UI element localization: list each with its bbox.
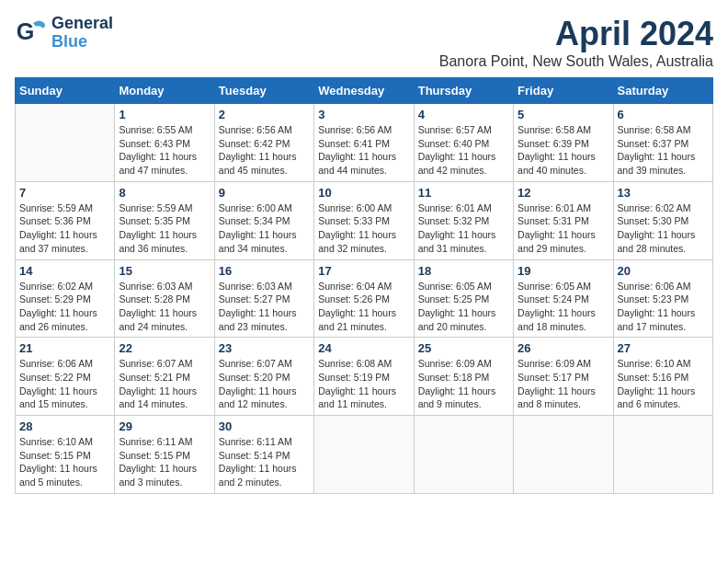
day-number: 27 [618,341,709,355]
day-number: 22 [119,341,210,355]
day-info: Sunrise: 6:05 AM Sunset: 5:24 PM Dayligh… [518,280,609,334]
column-header-friday: Friday [514,78,613,104]
day-cell: 10Sunrise: 6:00 AM Sunset: 5:33 PM Dayli… [314,181,414,259]
day-number: 10 [318,186,409,200]
day-number: 7 [19,186,110,200]
day-cell: 16Sunrise: 6:03 AM Sunset: 5:27 PM Dayli… [214,259,313,338]
day-number: 15 [119,264,210,278]
day-info: Sunrise: 6:56 AM Sunset: 6:42 PM Dayligh… [219,123,310,178]
day-number: 5 [518,108,609,121]
day-info: Sunrise: 6:55 AM Sunset: 6:43 PM Dayligh… [119,123,210,178]
day-info: Sunrise: 6:02 AM Sunset: 5:30 PM Dayligh… [618,201,709,256]
logo-general: General [51,15,113,33]
day-cell: 17Sunrise: 6:04 AM Sunset: 5:26 PM Dayli… [314,259,414,338]
day-info: Sunrise: 6:08 AM Sunset: 5:19 PM Dayligh… [318,357,409,411]
day-cell: 18Sunrise: 6:05 AM Sunset: 5:25 PM Dayli… [414,259,513,338]
logo-text: General Blue [51,15,113,52]
column-header-tuesday: Tuesday [214,78,313,104]
day-number: 30 [219,419,310,433]
day-cell: 20Sunrise: 6:06 AM Sunset: 5:23 PM Dayli… [613,259,712,338]
day-cell: 4Sunrise: 6:57 AM Sunset: 6:40 PM Daylig… [414,104,513,182]
day-number: 9 [219,186,310,200]
main-title: April 2024 [439,15,713,53]
day-info: Sunrise: 6:11 AM Sunset: 5:14 PM Dayligh… [219,435,310,489]
day-cell [414,416,513,494]
day-info: Sunrise: 5:59 AM Sunset: 5:36 PM Dayligh… [19,201,110,256]
day-info: Sunrise: 6:10 AM Sunset: 5:15 PM Dayligh… [19,435,110,489]
title-area: April 2024 Banora Point, New South Wales… [439,15,713,70]
day-cell [16,104,115,182]
day-cell: 12Sunrise: 6:01 AM Sunset: 5:31 PM Dayli… [514,181,613,259]
day-info: Sunrise: 6:06 AM Sunset: 5:22 PM Dayligh… [19,357,110,411]
column-header-monday: Monday [115,78,214,104]
day-cell: 21Sunrise: 6:06 AM Sunset: 5:22 PM Dayli… [16,338,115,416]
week-row-1: 1Sunrise: 6:55 AM Sunset: 6:43 PM Daylig… [16,104,713,182]
day-number: 28 [19,419,110,433]
day-cell: 25Sunrise: 6:09 AM Sunset: 5:18 PM Dayli… [414,338,513,416]
day-info: Sunrise: 6:01 AM Sunset: 5:32 PM Dayligh… [418,201,509,256]
day-info: Sunrise: 6:11 AM Sunset: 5:15 PM Dayligh… [119,435,210,489]
day-info: Sunrise: 6:09 AM Sunset: 5:18 PM Dayligh… [418,357,509,411]
day-cell: 7Sunrise: 5:59 AM Sunset: 5:36 PM Daylig… [16,181,115,259]
day-number: 6 [618,108,709,121]
column-header-sunday: Sunday [16,78,115,104]
week-row-2: 7Sunrise: 5:59 AM Sunset: 5:36 PM Daylig… [16,181,713,259]
column-header-thursday: Thursday [414,78,513,104]
logo-blue: Blue [51,33,113,52]
day-number: 21 [19,341,110,355]
day-number: 16 [219,264,310,278]
day-info: Sunrise: 6:03 AM Sunset: 5:28 PM Dayligh… [119,280,210,334]
week-row-3: 14Sunrise: 6:02 AM Sunset: 5:29 PM Dayli… [16,259,713,338]
column-header-saturday: Saturday [613,78,712,104]
day-number: 13 [618,186,709,200]
day-info: Sunrise: 6:01 AM Sunset: 5:31 PM Dayligh… [518,201,609,256]
day-number: 14 [19,264,110,278]
svg-text:G: G [17,18,35,44]
week-row-4: 21Sunrise: 6:06 AM Sunset: 5:22 PM Dayli… [16,338,713,416]
day-info: Sunrise: 6:10 AM Sunset: 5:16 PM Dayligh… [618,357,709,411]
day-info: Sunrise: 6:09 AM Sunset: 5:17 PM Dayligh… [518,357,609,411]
day-number: 8 [119,186,210,200]
day-info: Sunrise: 6:06 AM Sunset: 5:23 PM Dayligh… [618,280,709,334]
day-number: 12 [518,186,609,200]
day-cell: 30Sunrise: 6:11 AM Sunset: 5:14 PM Dayli… [214,416,313,494]
day-info: Sunrise: 6:57 AM Sunset: 6:40 PM Dayligh… [418,123,509,178]
day-number: 17 [318,264,409,278]
day-number: 11 [418,186,509,200]
day-info: Sunrise: 6:00 AM Sunset: 5:33 PM Dayligh… [318,201,409,256]
day-number: 25 [418,341,509,355]
day-cell: 8Sunrise: 5:59 AM Sunset: 5:35 PM Daylig… [115,181,214,259]
day-number: 26 [518,341,609,355]
day-info: Sunrise: 6:00 AM Sunset: 5:34 PM Dayligh… [219,201,310,256]
day-info: Sunrise: 6:58 AM Sunset: 6:37 PM Dayligh… [618,123,709,178]
day-cell: 22Sunrise: 6:07 AM Sunset: 5:21 PM Dayli… [115,338,214,416]
day-info: Sunrise: 6:07 AM Sunset: 5:20 PM Dayligh… [219,357,310,411]
day-cell: 28Sunrise: 6:10 AM Sunset: 5:15 PM Dayli… [16,416,115,494]
day-cell [314,416,414,494]
day-number: 20 [618,264,709,278]
day-info: Sunrise: 6:04 AM Sunset: 5:26 PM Dayligh… [318,280,409,334]
day-cell: 11Sunrise: 6:01 AM Sunset: 5:32 PM Dayli… [414,181,513,259]
day-info: Sunrise: 6:56 AM Sunset: 6:41 PM Dayligh… [318,123,409,178]
day-cell: 19Sunrise: 6:05 AM Sunset: 5:24 PM Dayli… [514,259,613,338]
subtitle: Banora Point, New South Wales, Australia [439,53,713,70]
day-number: 3 [318,108,409,121]
day-info: Sunrise: 6:07 AM Sunset: 5:21 PM Dayligh… [119,357,210,411]
day-cell: 26Sunrise: 6:09 AM Sunset: 5:17 PM Dayli… [514,338,613,416]
logo-icon: G [15,17,48,50]
day-number: 18 [418,264,509,278]
day-cell [514,416,613,494]
calendar-header-row: SundayMondayTuesdayWednesdayThursdayFrid… [16,78,713,104]
day-cell [613,416,712,494]
calendar: SundayMondayTuesdayWednesdayThursdayFrid… [15,77,713,494]
day-cell: 15Sunrise: 6:03 AM Sunset: 5:28 PM Dayli… [115,259,214,338]
week-row-5: 28Sunrise: 6:10 AM Sunset: 5:15 PM Dayli… [16,416,713,494]
day-cell: 14Sunrise: 6:02 AM Sunset: 5:29 PM Dayli… [16,259,115,338]
day-number: 4 [418,108,509,121]
day-cell: 9Sunrise: 6:00 AM Sunset: 5:34 PM Daylig… [214,181,313,259]
column-header-wednesday: Wednesday [314,78,414,104]
day-cell: 6Sunrise: 6:58 AM Sunset: 6:37 PM Daylig… [613,104,712,182]
day-info: Sunrise: 6:58 AM Sunset: 6:39 PM Dayligh… [518,123,609,178]
day-cell: 24Sunrise: 6:08 AM Sunset: 5:19 PM Dayli… [314,338,414,416]
day-info: Sunrise: 6:05 AM Sunset: 5:25 PM Dayligh… [418,280,509,334]
